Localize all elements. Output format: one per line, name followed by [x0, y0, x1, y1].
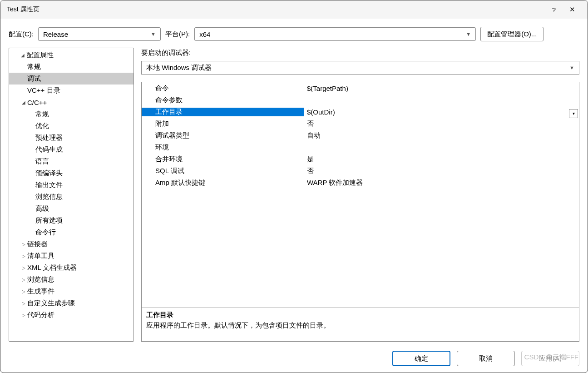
collapse-arrow-icon: ◢ [20, 100, 27, 105]
description-body: 应用程序的工作目录。默认情况下，为包含项目文件的目录。 [146, 321, 574, 330]
property-value[interactable]: WARP 软件加速器 [304, 179, 579, 187]
tree-item[interactable]: ▷代码分析 [9, 309, 133, 321]
configuration-label: 配置(C): [9, 30, 34, 39]
tree-item[interactable]: 预编译头 [9, 167, 133, 179]
tree-item[interactable]: 命令行 [9, 226, 133, 238]
property-row[interactable]: 工作目录$(OutDir)▾ [142, 106, 579, 118]
apply-button[interactable]: 应用(A) [521, 351, 579, 366]
property-value[interactable]: 否 [304, 167, 579, 175]
collapse-arrow-icon: ◢ [19, 53, 26, 58]
tree-item[interactable]: 代码生成 [9, 144, 133, 155]
property-name: 命令 [142, 84, 304, 93]
property-pages-dialog: Test 属性页 ? ✕ 配置(C): Release ▼ 平台(P): x64… [0, 0, 588, 373]
ok-button[interactable]: 确定 [392, 351, 450, 366]
property-grid-body[interactable]: 命令$(TargetPath)命令参数工作目录$(OutDir)▾附加否调试器类… [142, 82, 579, 308]
property-name: 调试器类型 [142, 131, 304, 140]
configuration-value: Release [43, 30, 68, 38]
property-row[interactable]: 合并环境是 [142, 153, 579, 165]
tree-item-label: 常规 [35, 110, 49, 119]
property-row[interactable]: 附加否 [142, 118, 579, 129]
expand-arrow-icon: ▷ [20, 289, 27, 294]
tree-item[interactable]: 高级 [9, 203, 133, 214]
tree-item-label: VC++ 目录 [27, 86, 60, 95]
platform-label: 平台(P): [165, 30, 190, 39]
dialog-footer: 确定 取消 应用(A) [0, 346, 588, 373]
expand-arrow-icon: ▷ [20, 242, 27, 247]
tree-item[interactable]: ▷XML 文档生成器 [9, 262, 133, 274]
tree-item[interactable]: ▷自定义生成步骤 [9, 297, 133, 309]
tree-item[interactable]: ▷生成事件 [9, 285, 133, 297]
expand-arrow-icon: ▷ [20, 277, 27, 282]
property-name: 附加 [142, 119, 304, 128]
tree-item[interactable]: 所有选项 [9, 214, 133, 226]
property-value[interactable]: $(TargetPath) [304, 85, 579, 92]
tree-item[interactable]: 输出文件 [9, 179, 133, 191]
property-row[interactable]: 命令$(TargetPath) [142, 82, 579, 94]
tree-item[interactable]: ▷浏览信息 [9, 274, 133, 285]
chevron-down-icon: ▼ [569, 65, 574, 70]
property-name: 工作目录 [142, 108, 304, 116]
expand-arrow-icon: ▷ [20, 301, 27, 306]
chevron-down-icon: ▼ [466, 31, 471, 37]
tree-item-label: 语言 [35, 157, 49, 166]
tree-item-label: 输出文件 [35, 181, 63, 189]
tree-item-cpp[interactable]: ◢ C/C++ [9, 96, 133, 108]
description-title: 工作目录 [146, 311, 574, 319]
debugger-label: 要启动的调试器: [141, 49, 579, 57]
main-area: ◢ 配置属性 常规调试VC++ 目录 ◢ C/C++ 常规优化预处理器代码生成语… [0, 44, 588, 346]
tree-item[interactable]: 常规 [9, 61, 133, 73]
tree-item-label: 高级 [35, 204, 49, 213]
config-toolbar: 配置(C): Release ▼ 平台(P): x64 ▼ 配置管理器(O)..… [0, 19, 588, 44]
platform-select[interactable]: x64 ▼ [194, 27, 476, 41]
property-value[interactable]: 自动 [304, 131, 579, 140]
tree-item-label: XML 文档生成器 [27, 264, 77, 272]
property-name: 命令参数 [142, 96, 304, 104]
property-value[interactable]: 是 [304, 155, 579, 164]
platform-value: x64 [199, 30, 210, 38]
tree-item-label: 命令行 [35, 228, 56, 237]
tree-item[interactable]: ▷链接器 [9, 238, 133, 250]
tree-item[interactable]: 预处理器 [9, 132, 133, 144]
tree-item[interactable]: VC++ 目录 [9, 85, 133, 96]
property-row[interactable]: 命令参数 [142, 94, 579, 106]
configuration-select[interactable]: Release ▼ [38, 27, 161, 41]
close-button[interactable]: ✕ [563, 0, 581, 19]
property-name: 环境 [142, 143, 304, 152]
tree-item-label: 浏览信息 [27, 275, 54, 284]
category-tree[interactable]: ◢ 配置属性 常规调试VC++ 目录 ◢ C/C++ 常规优化预处理器代码生成语… [9, 48, 134, 342]
tree-item-config-props[interactable]: ◢ 配置属性 [9, 49, 133, 61]
tree-item[interactable]: 调试 [9, 73, 133, 85]
tree-item-label: 常规 [27, 63, 41, 71]
expand-arrow-icon: ▷ [20, 313, 27, 318]
tree-item-label: 优化 [35, 122, 49, 130]
tree-item-label: 自定义生成步骤 [27, 299, 75, 308]
tree-item-label: 预处理器 [35, 134, 63, 142]
tree-item[interactable]: 优化 [9, 120, 133, 132]
tree-item-label: 链接器 [27, 240, 48, 249]
tree-item[interactable]: ▷清单工具 [9, 250, 133, 262]
cancel-button[interactable]: 取消 [457, 351, 515, 366]
tree-item-label: 所有选项 [35, 216, 63, 225]
tree-item-label: 生成事件 [27, 287, 54, 296]
tree-item-label: 调试 [27, 75, 41, 83]
property-description: 工作目录 应用程序的工作目录。默认情况下，为包含项目文件的目录。 [142, 308, 579, 341]
configuration-manager-button[interactable]: 配置管理器(O)... [480, 27, 544, 41]
tree-item-label: 代码分析 [27, 311, 54, 319]
property-row[interactable]: SQL 调试否 [142, 165, 579, 177]
titlebar: Test 属性页 ? ✕ [0, 0, 588, 19]
expand-arrow-icon: ▷ [20, 254, 27, 259]
tree-item[interactable]: 浏览信息 [9, 191, 133, 203]
tree-item[interactable]: 常规 [9, 108, 133, 120]
property-value[interactable]: $(OutDir)▾ [304, 108, 579, 116]
property-row[interactable]: 调试器类型自动 [142, 129, 579, 141]
property-name: Amp 默认快捷键 [142, 179, 304, 187]
dropdown-button[interactable]: ▾ [569, 109, 578, 118]
property-row[interactable]: Amp 默认快捷键WARP 软件加速器 [142, 177, 579, 189]
property-value[interactable]: 否 [304, 119, 579, 128]
tree-item-label: 清单工具 [27, 252, 54, 260]
debugger-select[interactable]: 本地 Windows 调试器 ▼ [141, 61, 579, 75]
tree-item[interactable]: 语言 [9, 155, 133, 167]
help-button[interactable]: ? [545, 0, 563, 19]
tree-item-label: 浏览信息 [35, 193, 63, 201]
property-row[interactable]: 环境 [142, 141, 579, 153]
